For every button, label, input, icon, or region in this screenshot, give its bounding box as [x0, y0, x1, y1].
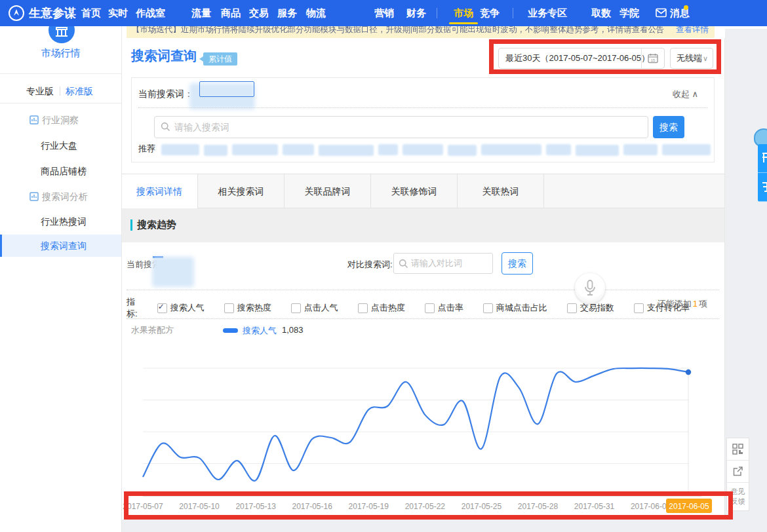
nav-item-competition[interactable]: 竞争 [480, 0, 500, 26]
promo-side-widget[interactable] [758, 144, 767, 202]
sidebar-item-product-shop-rank[interactable]: 商品店铺榜 [0, 161, 121, 181]
nav-item-marketing[interactable]: 营销 [374, 0, 394, 26]
nav-item-war-room[interactable]: 作战室 [136, 0, 165, 26]
nav-divider [513, 8, 513, 18]
metric-search-popularity[interactable]: 搜索人气 [157, 302, 205, 314]
checkbox-checked[interactable] [157, 303, 167, 313]
tab-related-search-words[interactable]: 相关搜索词 [198, 174, 285, 208]
metric-click-heat[interactable]: 点击热度 [358, 302, 405, 314]
date-range-value: 最近30天（2017-05-07~2017-06-05） [505, 48, 650, 68]
checkbox[interactable] [358, 303, 368, 313]
search-button[interactable]: 搜索 [653, 116, 684, 138]
nav-item-logistics[interactable]: 物流 [306, 0, 326, 26]
metric-trade-index[interactable]: 交易指数 [567, 302, 614, 314]
search-input[interactable]: 请输入搜索词 [154, 116, 648, 138]
date-range-picker[interactable]: 最近30天（2017-05-07~2017-06-05） 15 [498, 48, 665, 69]
nav-item-product[interactable]: 商品 [221, 0, 241, 26]
metric-mall-click-share[interactable]: 商城点击占比 [483, 302, 547, 314]
nav-item-trade[interactable]: 交易 [249, 0, 269, 26]
recommended-term-masked[interactable] [403, 144, 443, 155]
sidebar-item-search-word-query[interactable]: 搜索词查询 [0, 235, 121, 257]
recommended-term-masked[interactable] [283, 144, 314, 155]
sidebar-item-industry-board[interactable]: 行业大盘 [0, 136, 121, 155]
tab-search-word-detail[interactable]: 搜索词详情 [121, 174, 198, 209]
version-std-link[interactable]: 标准版 [66, 81, 93, 101]
share-icon [732, 466, 743, 477]
recommended-term-masked[interactable] [623, 144, 658, 155]
section-accent-bar [130, 219, 132, 231]
recommended-term-masked[interactable] [576, 145, 619, 156]
collapse-toggle[interactable]: 收起 ∧ [673, 88, 698, 100]
nav-item-finance[interactable]: 财务 [406, 0, 426, 26]
active-indicator [0, 235, 2, 257]
nav-item-service[interactable]: 服务 [277, 0, 297, 26]
voice-assistant-button[interactable] [575, 273, 605, 303]
recommended-term-masked[interactable] [662, 144, 711, 155]
metric-click-popularity[interactable]: 点击人气 [291, 302, 338, 314]
device-select[interactable]: 无线端 ∨ [670, 48, 713, 69]
recommended-term-masked[interactable] [204, 145, 227, 156]
x-axis-tick-label: 2017-05-16 [292, 502, 333, 511]
divider [0, 103, 121, 104]
checkbox[interactable] [567, 303, 577, 313]
share-button[interactable] [727, 461, 749, 483]
recommended-term-masked[interactable] [161, 144, 199, 155]
checkbox[interactable] [483, 303, 493, 313]
envelope-icon[interactable] [656, 8, 667, 18]
recommended-term-masked[interactable] [319, 145, 374, 156]
qr-code-button[interactable] [727, 438, 749, 461]
nav-item-messages[interactable]: 消息 [670, 0, 690, 26]
metrics-label: 指标: [127, 296, 138, 320]
x-axis-tick-label: 2017-05-07 [123, 502, 163, 511]
compare-term-label: 对比搜索词: [347, 259, 393, 271]
compare-search-button[interactable]: 搜索 [502, 252, 533, 275]
divider [127, 318, 719, 319]
metric-click-rate[interactable]: 点击率 [425, 302, 463, 314]
sidebar: 市场行情 专业版 标准版 行业洞察 行业大盘 商品店铺榜 搜索词分析 行业热搜词… [0, 26, 122, 532]
announcement-text: 【市场迭代】近期市场行情将陆续升级优化部分功能模块与数据口径，升级期间部分数据可… [132, 26, 665, 34]
legend-series-value: 1,083 [282, 325, 304, 335]
sidebar-section-search-analysis: 搜索词分析 [0, 187, 121, 206]
tab-related-hot-words[interactable]: 关联热词 [458, 174, 544, 208]
legend-series-name[interactable]: 搜索人气 [243, 325, 277, 337]
nav-item-realtime[interactable]: 实时 [108, 0, 128, 26]
checkbox[interactable] [291, 303, 301, 313]
top-nav: 生意参谋 首页 实时 作战室 流量 商品 交易 服务 物流 营销 财务 市场 竞… [0, 0, 767, 26]
nav-item-data-fetch[interactable]: 取数 [591, 0, 611, 26]
recommended-terms-masked[interactable] [161, 143, 709, 156]
recommended-term-masked[interactable] [546, 144, 571, 155]
sidebar-item-hot-search-words[interactable]: 行业热搜词 [0, 212, 121, 231]
announcement-detail-link[interactable]: 查看详情 [676, 26, 709, 34]
recommended-term-masked[interactable] [232, 144, 278, 155]
last-point-marker[interactable] [686, 370, 691, 375]
promo-widget-cell[interactable] [758, 173, 767, 202]
recommended-term-masked[interactable] [481, 144, 541, 155]
metric-search-heat[interactable]: 搜索热度 [224, 302, 271, 314]
nav-item-academy[interactable]: 学院 [620, 0, 639, 26]
checkbox[interactable] [224, 303, 234, 313]
legend-line-marker[interactable] [223, 328, 238, 333]
sidebar-section-industry-insight: 行业洞察 [0, 110, 121, 130]
calendar-button[interactable]: 15 [641, 48, 664, 68]
nav-item-business-zone[interactable]: 业务专区 [528, 0, 567, 26]
recommended-term-masked[interactable] [378, 144, 398, 155]
recommended-term-masked[interactable] [448, 145, 477, 156]
calendar-icon: 15 [648, 53, 658, 64]
checkbox[interactable] [425, 303, 435, 313]
checkbox[interactable] [634, 303, 644, 313]
tab-related-brand-words[interactable]: 关联品牌词 [285, 174, 371, 208]
nav-item-traffic[interactable]: 流量 [191, 0, 211, 26]
version-pro-link[interactable]: 专业版 [26, 81, 54, 101]
brand-name[interactable]: 生意参谋 [29, 0, 76, 26]
compare-input[interactable]: 请输入对比词 [393, 253, 493, 274]
feedback-button[interactable]: 意见 反馈 [727, 483, 749, 510]
nav-item-home[interactable]: 首页 [81, 0, 101, 26]
trend-current-term-masked-value [152, 257, 194, 287]
qr-code-icon [732, 444, 743, 455]
tab-related-modifier-words[interactable]: 关联修饰词 [371, 174, 458, 208]
metric-quota-hint: 还能添加1项 [658, 298, 707, 310]
x-axis-tick-label: 2017-06-03 [631, 502, 671, 511]
search-term-panel: 当前搜索词： 收起 ∧ 请输入搜索词 搜索 推荐 [131, 77, 715, 162]
promo-widget-cell[interactable] [758, 144, 767, 173]
nav-divider [437, 8, 437, 18]
